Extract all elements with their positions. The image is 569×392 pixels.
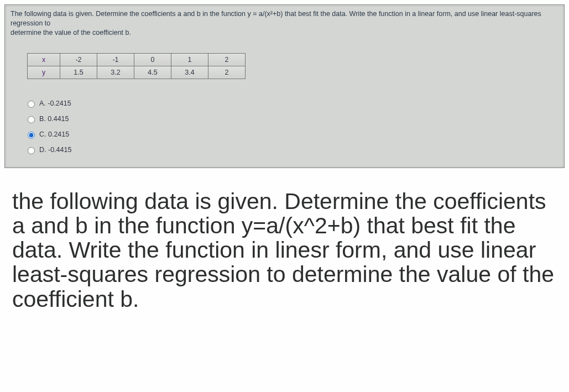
data-table: x -2 -1 0 1 2 y 1.5 3.2 4.5 3.4 2 bbox=[27, 53, 246, 79]
quiz-panel: The following data is given. Determine t… bbox=[4, 4, 565, 168]
option-d[interactable]: D. -0.4415 bbox=[25, 142, 564, 158]
prompt-line-1: The following data is given. Determine t… bbox=[11, 10, 541, 27]
radio-a[interactable] bbox=[28, 101, 35, 108]
cell-y3: 3.4 bbox=[171, 66, 208, 79]
radio-b[interactable] bbox=[28, 116, 35, 123]
option-b-label: B. 0.4415 bbox=[39, 115, 69, 123]
answer-options: A. -0.2415 B. 0.4415 C. 0.2415 D. -0.441… bbox=[5, 93, 564, 168]
option-a[interactable]: A. -0.2415 bbox=[25, 96, 564, 111]
option-c-label: C. 0.2415 bbox=[39, 130, 69, 138]
cell-y0: 1.5 bbox=[60, 66, 97, 79]
cell-y1: 3.2 bbox=[97, 66, 134, 79]
cell-x4: 2 bbox=[208, 53, 246, 66]
explanation-text: the following data is given. Determine t… bbox=[0, 173, 569, 321]
option-a-label: A. -0.2415 bbox=[39, 100, 71, 107]
cell-x0: -2 bbox=[60, 53, 97, 66]
option-d-label: D. -0.4415 bbox=[39, 146, 71, 154]
option-b[interactable]: B. 0.4415 bbox=[25, 111, 564, 127]
radio-c[interactable] bbox=[28, 132, 35, 139]
option-c[interactable]: C. 0.2415 bbox=[25, 127, 564, 142]
table-row: x -2 -1 0 1 2 bbox=[28, 53, 246, 66]
table-row: y 1.5 3.2 4.5 3.4 2 bbox=[28, 66, 246, 79]
cell-x2: 0 bbox=[134, 53, 171, 66]
row-header-y: y bbox=[28, 66, 60, 79]
quiz-prompt: The following data is given. Determine t… bbox=[5, 5, 564, 43]
cell-y2: 4.5 bbox=[134, 66, 171, 79]
cell-x3: 1 bbox=[171, 53, 208, 66]
cell-x1: -1 bbox=[97, 53, 134, 66]
row-header-x: x bbox=[28, 53, 60, 66]
radio-d[interactable] bbox=[28, 147, 35, 154]
cell-y4: 2 bbox=[208, 66, 246, 79]
prompt-line-2: determine the value of the coefficient b… bbox=[11, 29, 131, 36]
